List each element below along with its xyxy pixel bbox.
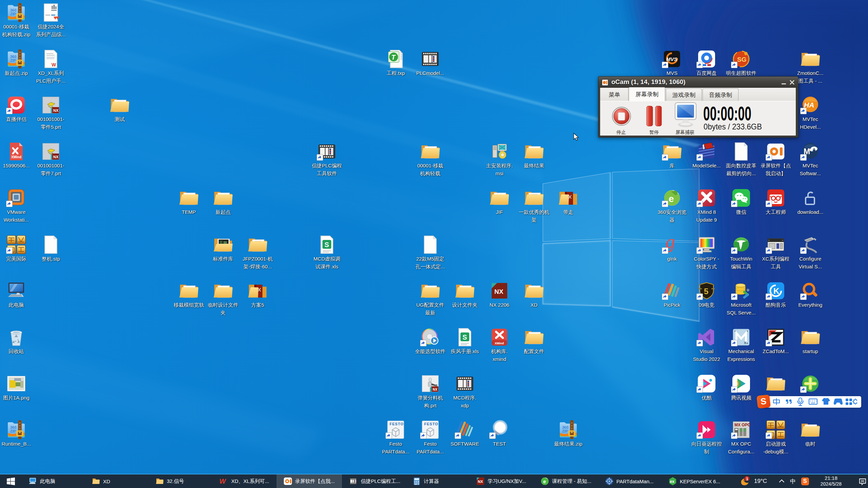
svg-text:00:00:00: 00:00:00 bbox=[703, 103, 751, 124]
svg-text:停止: 停止 bbox=[616, 129, 626, 135]
svg-text:1: 1 bbox=[746, 477, 748, 481]
svg-text:W: W bbox=[219, 477, 226, 485]
svg-text:ex: ex bbox=[670, 479, 675, 484]
svg-text:暂停: 暂停 bbox=[649, 129, 659, 135]
svg-text:屏幕捕获: 屏幕捕获 bbox=[675, 129, 694, 135]
svg-text:NX: NX bbox=[478, 480, 483, 484]
svg-text:0bytes / 233.6GB: 0bytes / 233.6GB bbox=[704, 122, 762, 131]
svg-text:e: e bbox=[543, 479, 546, 484]
